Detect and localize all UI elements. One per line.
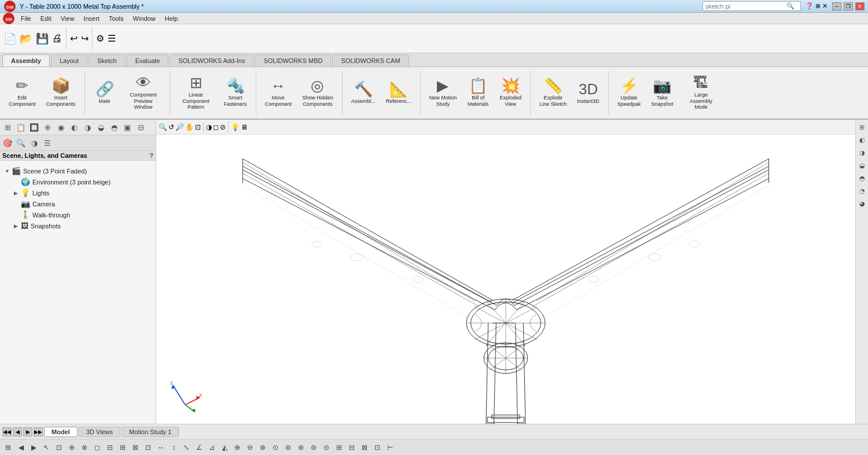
- rp-btn-3[interactable]: ◑: [857, 147, 867, 158]
- ribbon-btn-bill-of-materials[interactable]: 📋Bill of Materials: [463, 70, 493, 116]
- sb2-icon-3[interactable]: ◑: [28, 136, 41, 149]
- menu-item-file[interactable]: File: [16, 14, 36, 23]
- sb2-icon-1[interactable]: 🎯: [1, 136, 14, 149]
- tab-motion-study-1[interactable]: Motion Study 1: [122, 427, 179, 437]
- tab-model[interactable]: Model: [44, 427, 78, 437]
- ribbon-btn-mate[interactable]: 🔗Mate: [90, 70, 120, 116]
- bt-btn-2[interactable]: ◀: [15, 442, 27, 453]
- vt-display-icon[interactable]: 🖥: [241, 123, 248, 131]
- tree-expander-2[interactable]: ▶: [14, 190, 21, 196]
- qa-new-icon[interactable]: 📄: [2, 31, 17, 46]
- menu-item-window[interactable]: Window: [128, 14, 160, 23]
- bt-btn-8[interactable]: ⊟: [104, 442, 116, 453]
- menu-item-view[interactable]: View: [56, 14, 79, 23]
- sb-icon-5[interactable]: ◉: [54, 121, 67, 134]
- sb-icon-2[interactable]: 📋: [14, 121, 27, 134]
- tree-expander-5[interactable]: ▶: [14, 223, 21, 229]
- qa-print-icon[interactable]: 🖨: [51, 31, 64, 46]
- ribbon-btn-instant3d[interactable]: 3DInstant3D: [573, 70, 604, 116]
- ribbon-btn-reference[interactable]: 📐Referenc...: [382, 70, 415, 116]
- tree-header-help[interactable]: ?: [149, 152, 153, 159]
- bt-btn-11[interactable]: ⊡: [142, 442, 154, 453]
- ribbon-tab-solidworks-add-ins[interactable]: SOLIDWORKS Add-Ins: [170, 54, 253, 66]
- sb-icon-7[interactable]: ◑: [81, 121, 94, 134]
- bt-btn-3[interactable]: ▶: [28, 442, 39, 453]
- tree-item-lights[interactable]: ▶💡Lights: [2, 187, 153, 198]
- bt-btn-14[interactable]: ⤡: [181, 442, 192, 453]
- tree-item-scene-3-point-faded[interactable]: ▼🎬Scene (3 Point Faded): [2, 165, 153, 176]
- search-input[interactable]: [705, 3, 786, 10]
- tab-3d-views[interactable]: 3D Views: [79, 427, 120, 437]
- ribbon-tab-evaluate[interactable]: Evaluate: [127, 54, 169, 66]
- rp-btn-6[interactable]: ◔: [857, 186, 867, 196]
- ribbon-btn-edit[interactable]: ✏Edit Component: [5, 70, 40, 116]
- bt-btn-15[interactable]: ∠: [193, 442, 205, 453]
- search-box[interactable]: 🔍: [703, 1, 801, 11]
- bt-btn-13[interactable]: ↕: [168, 442, 179, 453]
- ribbon-tab-assembly[interactable]: Assembly: [2, 54, 50, 66]
- bt-btn-7[interactable]: ◻: [91, 442, 103, 453]
- bt-btn-19[interactable]: ⊖: [244, 442, 256, 453]
- rp-btn-1[interactable]: ⊞: [857, 122, 867, 132]
- sb-icon-8[interactable]: ◒: [94, 121, 107, 134]
- ribbon-btn-large-assembly-mode[interactable]: 🏗Large Assembly Mode: [679, 70, 722, 116]
- vt-wire-icon[interactable]: ◻: [213, 123, 219, 131]
- bt-btn-17[interactable]: ◭: [219, 442, 230, 453]
- sb-icon-9[interactable]: ◓: [108, 121, 120, 134]
- tree-expander-0[interactable]: ▼: [5, 168, 12, 174]
- tree-item-camera[interactable]: 📷Camera: [2, 198, 153, 209]
- ribbon-btn-smart-fasteners[interactable]: 🔩Smart Fasteners: [220, 70, 251, 116]
- rp-btn-5[interactable]: ◓: [857, 173, 867, 183]
- vt-light-icon[interactable]: 💡: [231, 123, 240, 131]
- menu-item-help[interactable]: Help: [160, 14, 183, 23]
- ribbon-btn-linear-pattern[interactable]: ⊞Linear Component Pattern: [175, 70, 218, 116]
- rp-btn-2[interactable]: ◐: [857, 135, 867, 145]
- sb2-icon-4[interactable]: ☰: [41, 136, 54, 149]
- bt-btn-10[interactable]: ⊠: [130, 442, 141, 453]
- bt-btn-6[interactable]: ⊗: [79, 442, 90, 453]
- ribbon-btn-assembly[interactable]: 🔨Assembl...: [347, 70, 380, 116]
- qa-redo-icon[interactable]: ↪: [80, 32, 90, 45]
- vt-zoom-icon[interactable]: 🔎: [175, 123, 184, 131]
- qa-options-icon[interactable]: ☰: [106, 32, 117, 45]
- nav-first-button[interactable]: ◀◀: [2, 427, 12, 436]
- bt-btn-27[interactable]: ⊟: [346, 442, 358, 453]
- bt-btn-9[interactable]: ⊞: [117, 442, 128, 453]
- bt-btn-30[interactable]: ⊢: [384, 442, 396, 453]
- ribbon-btn-insert-components[interactable]: 📦Insert Components: [42, 70, 80, 116]
- vt-section-icon[interactable]: ⊘: [220, 123, 226, 131]
- bt-btn-select[interactable]: ⊡: [53, 442, 65, 453]
- ribbon-btn-move-component[interactable]: ↔Move Component: [261, 70, 296, 116]
- bt-btn-22[interactable]: ⊚: [282, 442, 294, 453]
- ribbon-btn-update-speedpak[interactable]: ⚡Update Speedpak: [613, 70, 645, 116]
- vt-rotate-icon[interactable]: ↺: [168, 123, 174, 131]
- search-icon[interactable]: 🔍: [786, 2, 795, 10]
- bt-btn-5[interactable]: ⊕: [66, 442, 78, 453]
- vt-pan-icon[interactable]: ✋: [185, 123, 194, 131]
- bt-btn-arrow[interactable]: ↖: [41, 442, 52, 453]
- tree-item-snapshots[interactable]: ▶🖼Snapshots: [2, 220, 153, 231]
- ribbon-btn-show-hidden[interactable]: ◎Show Hidden Components: [298, 70, 337, 116]
- bt-btn-21[interactable]: ⊙: [270, 442, 281, 453]
- rp-btn-4[interactable]: ◒: [857, 160, 867, 171]
- viewport[interactable]: 🔍 ↺ 🔎 ✋ ⊡ ◑ ◻ ⊘ 💡 🖥 .cad-line { stroke: …: [156, 120, 855, 424]
- ribbon-btn-exploded-view[interactable]: 💥Exploded View: [495, 70, 525, 116]
- close-button[interactable]: ✕: [855, 2, 865, 10]
- sb-icon-1[interactable]: ⊞: [1, 121, 14, 134]
- menu-item-insert[interactable]: Insert: [79, 14, 104, 23]
- restore-button[interactable]: ❐: [844, 2, 853, 10]
- bt-btn-25[interactable]: ⊝: [321, 442, 332, 453]
- bt-btn-18[interactable]: ⊕: [231, 442, 243, 453]
- sb-icon-11[interactable]: ⊟: [134, 121, 147, 134]
- menu-item-tools[interactable]: Tools: [104, 14, 128, 23]
- nav-next-button[interactable]: ▶: [23, 427, 32, 436]
- bt-btn-20[interactable]: ⊗: [257, 442, 269, 453]
- qa-undo-icon[interactable]: ↩: [69, 32, 79, 45]
- ribbon-tab-solidworks-cam[interactable]: SOLIDWORKS CAM: [332, 54, 409, 66]
- vt-search-icon[interactable]: 🔍: [159, 123, 167, 131]
- bt-btn-29[interactable]: ⊡: [372, 442, 383, 453]
- menu-item-edit[interactable]: Edit: [36, 14, 56, 23]
- bt-btn-23[interactable]: ⊛: [295, 442, 307, 453]
- sb2-icon-2[interactable]: 🔍: [14, 136, 27, 149]
- bt-btn-26[interactable]: ⊞: [333, 442, 345, 453]
